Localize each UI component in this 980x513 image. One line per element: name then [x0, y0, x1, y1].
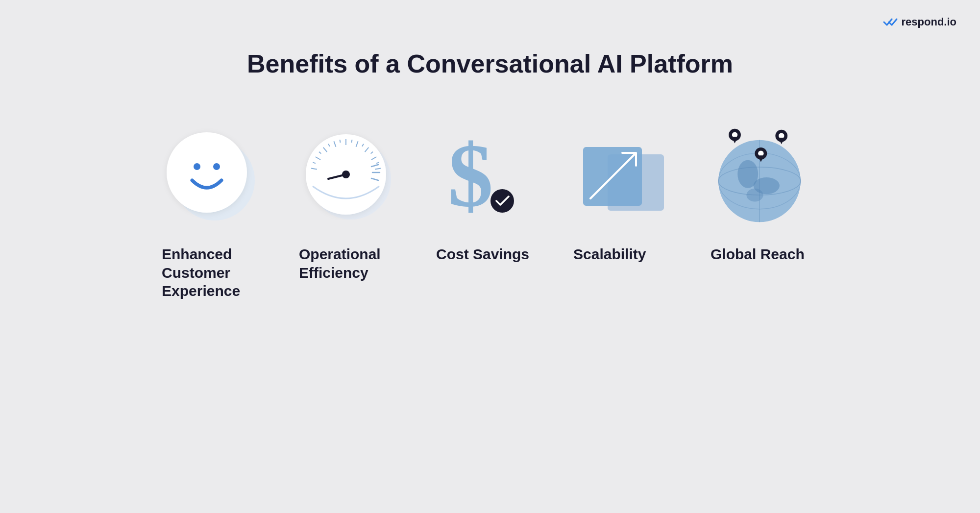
- scalability-icon: [573, 127, 671, 225]
- svg-point-3: [213, 163, 220, 170]
- operational-efficiency-label: Operational Efficiency: [299, 245, 407, 282]
- benefits-container: Enhanced Customer Experience: [162, 127, 818, 300]
- global-reach-label: Global Reach: [710, 245, 805, 264]
- page-title: Benefits of a Conversational AI Platform: [247, 49, 733, 78]
- benefit-operational-efficiency: Operational Efficiency: [299, 127, 407, 282]
- logo-icon: [883, 17, 899, 27]
- svg-point-29: [490, 189, 514, 213]
- logo-text: respond.io: [902, 16, 956, 28]
- svg-line-15: [351, 140, 352, 143]
- operational-efficiency-icon-wrapper: [299, 127, 397, 225]
- cost-savings-label: Cost Savings: [436, 245, 529, 264]
- cost-savings-icon-wrapper: $: [436, 127, 534, 225]
- global-reach-icon-wrapper: [710, 127, 808, 225]
- dollar-icon: $: [441, 125, 529, 228]
- benefit-customer-experience: Enhanced Customer Experience: [162, 127, 270, 300]
- scalability-icon-wrapper: [573, 127, 671, 225]
- smiley-icon: [162, 127, 260, 225]
- customer-experience-icon-wrapper: [162, 127, 260, 225]
- svg-point-1: [167, 132, 247, 213]
- customer-experience-label: Enhanced Customer Experience: [162, 245, 270, 300]
- benefit-cost-savings: $ Cost Savings: [436, 127, 544, 264]
- svg-line-13: [340, 140, 340, 143]
- benefit-scalability: Scalability: [573, 127, 681, 264]
- benefit-global-reach: Global Reach: [710, 127, 818, 264]
- svg-text:$: $: [448, 125, 493, 225]
- scalability-label: Scalability: [573, 245, 646, 264]
- logo: respond.io: [883, 16, 956, 28]
- svg-point-24: [342, 171, 350, 178]
- speedometer-icon: [299, 127, 397, 225]
- globe-icon: [710, 125, 808, 228]
- svg-point-2: [194, 163, 200, 170]
